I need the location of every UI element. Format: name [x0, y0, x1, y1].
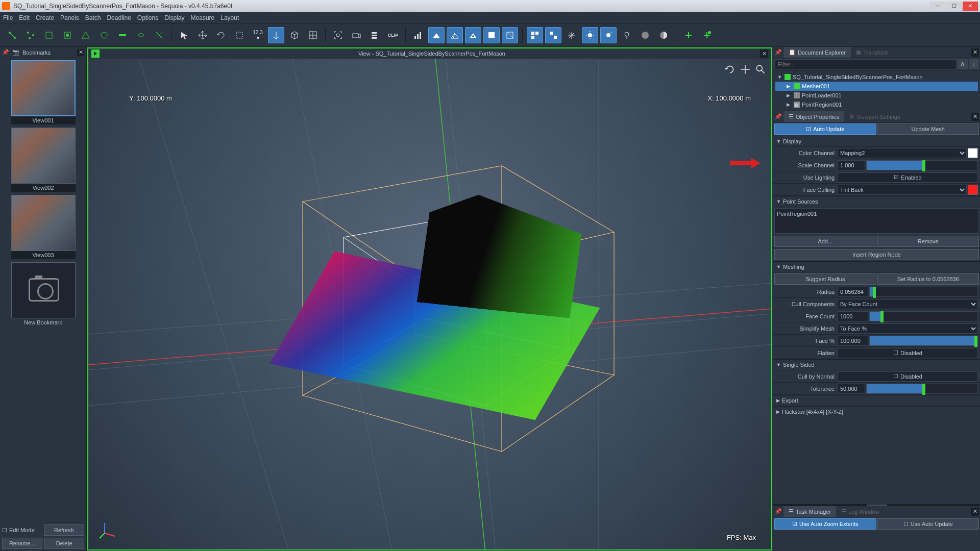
tab-task-manager[interactable]: ☰Task Manager — [783, 506, 836, 517]
pan-view-icon[interactable] — [740, 64, 751, 75]
filter-sort-button[interactable]: ↓ — [969, 59, 979, 69]
tool-rotate[interactable] — [213, 27, 229, 43]
scale-channel-slider[interactable] — [866, 160, 978, 170]
flatten-checkbox[interactable]: ☐Disabled — [838, 348, 978, 358]
tool-node-5[interactable] — [78, 27, 94, 43]
face-pct-input[interactable] — [838, 336, 868, 346]
auto-update-checkbox[interactable]: ☑Auto Update — [774, 123, 876, 135]
set-radius-button[interactable]: Set Radius to 0.0562836 — [877, 273, 979, 285]
section-meshing[interactable]: ▼Meshing — [773, 261, 980, 272]
viewport[interactable]: View - SQ_Tutorial_SingleSidedByScannerP… — [87, 47, 772, 550]
color-swatch[interactable] — [968, 148, 978, 158]
face-count-slider[interactable] — [869, 311, 978, 321]
tree-item-pointloader[interactable]: ▶⋮PointLoader001 — [775, 91, 978, 100]
tool-grid[interactable] — [305, 27, 321, 43]
tool-clip[interactable]: CLIP — [385, 27, 401, 43]
pin-icon[interactable]: 📌 — [773, 49, 783, 56]
minimize-button[interactable]: ─ — [930, 2, 945, 11]
bookmark-item[interactable]: View002 — [2, 128, 84, 192]
menu-batch[interactable]: Batch — [85, 14, 101, 21]
tool-snow-icon[interactable] — [564, 27, 580, 43]
section-point-sources[interactable]: ▼Point Sources — [773, 196, 980, 207]
panel-close-icon[interactable]: ✕ — [971, 113, 979, 121]
tool-sun-2[interactable] — [600, 27, 617, 43]
cull-by-normal-checkbox[interactable]: ☐Disabled — [838, 371, 978, 382]
auto-zoom-checkbox[interactable]: ☑Use Auto Zoom Extents — [774, 518, 876, 530]
menu-deadline[interactable]: Deadline — [107, 14, 131, 21]
menu-layout[interactable]: Layout — [220, 14, 239, 21]
tool-node-8[interactable] — [133, 27, 149, 43]
menu-edit[interactable]: Edit — [19, 14, 30, 21]
pin-icon[interactable]: 📌 — [773, 508, 783, 515]
tool-numeric[interactable]: 12.3▾ — [250, 27, 266, 43]
remove-button[interactable]: Remove — [877, 236, 979, 247]
tab-object-properties[interactable]: ☰Object Properties — [783, 111, 844, 122]
rename-button[interactable]: Rename... — [2, 538, 42, 549]
tool-shade-1[interactable] — [428, 27, 445, 43]
panel-close-icon[interactable]: ✕ — [971, 508, 979, 516]
menu-panels[interactable]: Panels — [60, 14, 79, 21]
pin-icon[interactable]: 📌 — [773, 113, 783, 120]
new-bookmark-button[interactable]: New Bookmark — [2, 262, 84, 327]
simplify-mesh-select[interactable]: To Face % — [838, 323, 978, 334]
tab-log-window[interactable]: ☰Log Window — [836, 506, 885, 517]
zoom-view-icon[interactable] — [755, 64, 766, 75]
filter-a-button[interactable]: A — [958, 59, 968, 69]
tool-shade-5[interactable] — [502, 27, 518, 43]
tool-light[interactable] — [619, 27, 635, 43]
face-count-input[interactable] — [838, 311, 868, 321]
tab-document-explorer[interactable]: 📋Document Explorer — [783, 47, 851, 58]
tool-focus[interactable] — [330, 27, 346, 43]
tree-item-mesher[interactable]: ▶Mesher001 — [775, 82, 978, 91]
tool-node-2[interactable] — [22, 27, 39, 43]
filter-input[interactable] — [774, 59, 957, 69]
tab-transform[interactable]: ▦Transform — [851, 47, 894, 58]
pin-icon[interactable]: 📌 — [2, 49, 9, 56]
tool-node-3[interactable] — [41, 27, 57, 43]
tool-sphere-2[interactable] — [655, 27, 672, 43]
tool-sun-1[interactable] — [582, 27, 598, 43]
radius-slider[interactable] — [869, 287, 978, 297]
tool-node-6[interactable] — [96, 27, 112, 43]
cull-components-select[interactable]: By Face Count — [838, 299, 978, 309]
axis-gizmo[interactable] — [99, 519, 119, 539]
tool-stats[interactable] — [410, 27, 426, 43]
auto-update-checkbox[interactable]: ☐Use Auto Update — [877, 518, 979, 530]
menu-measure[interactable]: Measure — [191, 14, 215, 21]
tool-shade-2[interactable] — [447, 27, 463, 43]
suggest-radius-button[interactable]: Suggest Radius — [774, 273, 876, 285]
panel-close-icon[interactable]: ✕ — [971, 48, 979, 57]
tool-node-7[interactable] — [114, 27, 131, 43]
close-button[interactable]: ✕ — [963, 2, 978, 11]
scale-channel-input[interactable] — [838, 160, 865, 170]
tolerance-slider[interactable] — [866, 384, 978, 394]
color-channel-select[interactable]: Mapping2 — [838, 148, 967, 158]
menu-create[interactable]: Create — [36, 14, 54, 21]
tolerance-input[interactable] — [838, 384, 865, 394]
section-display[interactable]: ▼Display — [773, 136, 980, 147]
tool-node-9[interactable] — [151, 27, 167, 43]
tool-axis[interactable] — [268, 27, 284, 43]
tool-shade-3[interactable] — [465, 27, 481, 43]
tool-camera[interactable] — [348, 27, 364, 43]
tool-view-2[interactable] — [545, 27, 561, 43]
bookmark-item[interactable]: View001 — [2, 60, 84, 124]
tool-sphere-1[interactable] — [637, 27, 653, 43]
menu-options[interactable]: Options — [137, 14, 158, 21]
menu-display[interactable]: Display — [164, 14, 184, 21]
section-export[interactable]: ▶Export — [773, 395, 980, 406]
tool-view-1[interactable] — [527, 27, 543, 43]
face-pct-slider[interactable] — [869, 336, 978, 346]
insert-region-button[interactable]: Insert Region Node — [774, 249, 979, 260]
face-culling-select[interactable]: Tint Back — [838, 185, 967, 195]
tool-add-2[interactable] — [699, 27, 715, 43]
tool-move[interactable] — [194, 27, 211, 43]
tree-item-pointregion[interactable]: ▶▣PointRegion001 — [775, 100, 978, 109]
bookmark-item[interactable]: View003 — [2, 195, 84, 259]
update-mesh-button[interactable]: Update Mesh — [877, 123, 979, 135]
point-sources-list[interactable]: PointRegion001 — [774, 208, 979, 234]
radius-input[interactable] — [838, 287, 868, 297]
tree-root[interactable]: ▼SQ_Tutorial_SingleSidedByScannerPos_For… — [775, 72, 978, 82]
tab-viewport-settings[interactable]: ⚙Viewport Settings — [844, 111, 905, 122]
add-button[interactable]: Add... — [774, 236, 876, 247]
